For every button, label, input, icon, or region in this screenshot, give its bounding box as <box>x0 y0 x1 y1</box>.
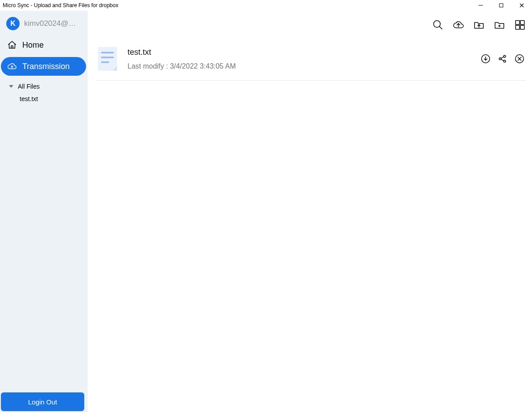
main-panel: test.txt Last modify : 3/4/2022 3:43:05 … <box>87 11 532 412</box>
file-modified-prefix: Last modify : <box>128 62 170 70</box>
file-list: test.txt Last modify : 3/4/2022 3:43:05 … <box>87 39 532 81</box>
cloud-sync-icon <box>7 61 17 71</box>
share-icon <box>498 54 507 64</box>
tree-item[interactable]: test.txt <box>0 93 87 105</box>
file-tree: All Files test.txt <box>0 78 87 105</box>
cancel-circle-icon <box>515 54 524 64</box>
chevron-down-icon <box>8 83 14 90</box>
avatar: K <box>6 17 20 30</box>
nav-home[interactable]: Home <box>1 36 86 54</box>
new-folder-button[interactable] <box>494 19 505 31</box>
grid-view-button[interactable] <box>514 19 526 31</box>
window-close-button[interactable] <box>511 0 532 11</box>
folder-upload-icon <box>473 19 485 31</box>
upload-to-cloud-button[interactable] <box>453 19 464 31</box>
window-minimize-button[interactable] <box>470 0 491 11</box>
svg-rect-8 <box>520 20 524 24</box>
file-meta: test.txt Last modify : 3/4/2022 3:43:05 … <box>128 48 472 70</box>
file-actions <box>480 53 525 64</box>
tree-root[interactable]: All Files <box>0 80 87 93</box>
svg-rect-7 <box>516 20 520 24</box>
svg-rect-1 <box>499 4 503 7</box>
svg-line-19 <box>501 57 503 58</box>
svg-rect-11 <box>98 47 117 71</box>
window-controls <box>470 0 532 11</box>
svg-rect-9 <box>516 25 520 29</box>
tree-root-label: All Files <box>18 83 40 90</box>
maximize-icon <box>499 3 504 8</box>
account-name: kimv02024@… <box>24 19 76 28</box>
close-icon <box>519 3 524 8</box>
search-icon <box>432 19 444 31</box>
window-title: Micro Sync - Upload and Share Files for … <box>3 2 118 8</box>
folder-plus-icon <box>494 19 505 31</box>
upload-file-button[interactable] <box>473 19 485 31</box>
nav-transmission[interactable]: Transmission <box>1 57 86 76</box>
home-icon <box>7 40 17 50</box>
document-icon <box>95 45 120 72</box>
file-modified-value: 3/4/2022 3:43:05 AM <box>170 62 236 70</box>
share-button[interactable] <box>497 53 508 64</box>
grid-icon <box>514 19 526 31</box>
search-button[interactable] <box>432 19 444 31</box>
window-titlebar: Micro Sync - Upload and Share Files for … <box>0 0 532 11</box>
file-row[interactable]: test.txt Last modify : 3/4/2022 3:43:05 … <box>95 43 526 81</box>
logout-button[interactable]: Login Out <box>1 392 84 411</box>
nav-transmission-label: Transmission <box>22 62 70 71</box>
svg-point-5 <box>433 20 440 27</box>
window-maximize-button[interactable] <box>491 0 511 11</box>
sidebar: K kimv02024@… Home Transmission All File… <box>0 11 87 412</box>
logout-label: Login Out <box>28 398 57 406</box>
download-button[interactable] <box>480 53 491 64</box>
svg-line-6 <box>439 26 442 29</box>
svg-rect-10 <box>520 25 524 29</box>
cloud-upload-icon <box>453 19 464 31</box>
file-name: test.txt <box>128 48 472 57</box>
toolbar <box>87 11 532 39</box>
svg-line-20 <box>501 59 503 61</box>
account-header[interactable]: K kimv02024@… <box>0 11 87 36</box>
download-icon <box>481 54 491 64</box>
delete-button[interactable] <box>514 53 525 64</box>
minimize-icon <box>478 3 483 8</box>
nav-home-label: Home <box>22 41 44 50</box>
svg-marker-4 <box>9 85 13 88</box>
tree-item-label: test.txt <box>20 95 38 102</box>
file-modified: Last modify : 3/4/2022 3:43:05 AM <box>128 62 472 70</box>
